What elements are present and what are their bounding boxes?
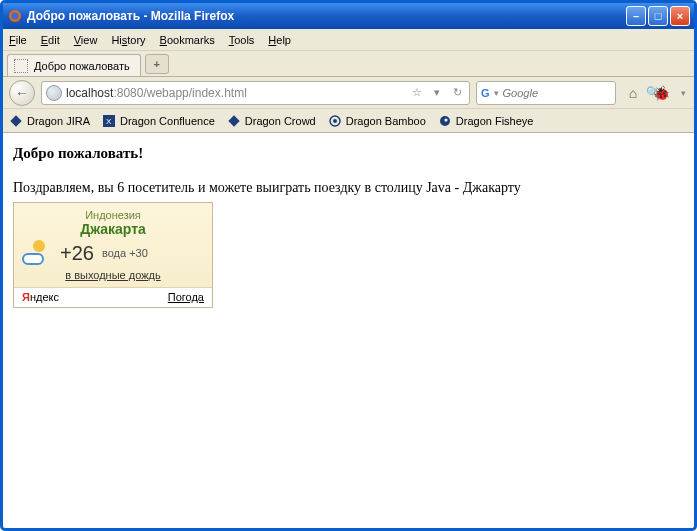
menu-bookmarks[interactable]: Bookmarks (160, 34, 215, 46)
weather-icon (22, 241, 52, 265)
svg-point-1 (12, 13, 19, 20)
search-input[interactable] (503, 87, 642, 99)
urlbar[interactable]: localhost:8080/webapp/index.html ☆ ▾ ↻ (41, 81, 470, 105)
titlebar: Добро пожаловать - Mozilla Firefox – □ × (3, 3, 694, 29)
searchbox[interactable]: G ▾ 🔍 (476, 81, 616, 105)
bookmark-jira[interactable]: Dragon JIRA (9, 114, 90, 128)
window-title: Добро пожаловать - Mozilla Firefox (27, 9, 626, 23)
jira-icon (9, 114, 23, 128)
globe-icon (46, 85, 62, 101)
menu-file[interactable]: File (9, 34, 27, 46)
page-content: Добро пожаловать! Поздравляем, вы 6 посе… (3, 133, 694, 320)
weather-row: +26 вода +30 (22, 241, 204, 265)
bookmark-bamboo[interactable]: Dragon Bamboo (328, 114, 426, 128)
weather-country: Индонезия (22, 209, 204, 221)
reload-icon[interactable]: ↻ (449, 85, 465, 101)
menu-help[interactable]: Help (268, 34, 291, 46)
menu-view[interactable]: View (74, 34, 98, 46)
url-dropdown-icon[interactable]: ▾ (429, 85, 445, 101)
congrats-text: Поздравляем, вы 6 посетитель и можете вы… (13, 180, 684, 196)
page-heading: Добро пожаловать! (13, 145, 684, 162)
menu-history[interactable]: History (111, 34, 145, 46)
url-text: localhost:8080/webapp/index.html (66, 86, 405, 100)
crowd-icon (227, 114, 241, 128)
svg-rect-2 (10, 115, 21, 126)
svg-text:X: X (106, 117, 112, 126)
weather-city: Джакарта (22, 221, 204, 237)
weather-note[interactable]: в выходные дождь (22, 269, 204, 281)
window-buttons: – □ × (626, 6, 690, 26)
firebug-button[interactable]: 🐞 (650, 82, 672, 104)
bookmark-confluence[interactable]: X Dragon Confluence (102, 114, 215, 128)
svg-point-9 (444, 118, 447, 121)
tabstrip: Добро пожаловать + (3, 51, 694, 77)
close-button[interactable]: × (670, 6, 690, 26)
bookmark-star-icon[interactable]: ☆ (409, 85, 425, 101)
back-button[interactable]: ← (9, 80, 35, 106)
new-tab-button[interactable]: + (145, 54, 169, 74)
menu-tools[interactable]: Tools (229, 34, 255, 46)
menubar: File Edit View History Bookmarks Tools H… (3, 29, 694, 51)
bookmarksbar: Dragon JIRA X Dragon Confluence Dragon C… (3, 109, 694, 133)
firefox-icon (7, 8, 23, 24)
navbar: ← localhost:8080/webapp/index.html ☆ ▾ ↻… (3, 77, 694, 109)
weather-temp: +26 (60, 242, 94, 265)
bookmark-fisheye[interactable]: Dragon Fisheye (438, 114, 534, 128)
tab-title: Добро пожаловать (34, 60, 130, 72)
search-dropdown-icon[interactable]: ▾ (494, 88, 499, 98)
toolbar-dropdown-icon[interactable]: ▾ (678, 82, 688, 104)
google-icon: G (481, 86, 490, 100)
page-icon (14, 59, 28, 73)
bookmark-crowd[interactable]: Dragon Crowd (227, 114, 316, 128)
svg-rect-5 (228, 115, 239, 126)
tab-active[interactable]: Добро пожаловать (7, 54, 141, 76)
minimize-button[interactable]: – (626, 6, 646, 26)
weather-service-link[interactable]: Погода (168, 291, 204, 303)
yandex-logo[interactable]: Яндекс (22, 291, 59, 303)
svg-point-7 (333, 119, 337, 123)
bamboo-icon (328, 114, 342, 128)
confluence-icon: X (102, 114, 116, 128)
menu-edit[interactable]: Edit (41, 34, 60, 46)
fisheye-icon (438, 114, 452, 128)
home-button[interactable]: ⌂ (622, 82, 644, 104)
maximize-button[interactable]: □ (648, 6, 668, 26)
weather-widget: Индонезия Джакарта +26 вода +30 в выходн… (13, 202, 213, 308)
weather-water: вода +30 (102, 247, 148, 259)
weather-footer: Яндекс Погода (14, 287, 212, 307)
